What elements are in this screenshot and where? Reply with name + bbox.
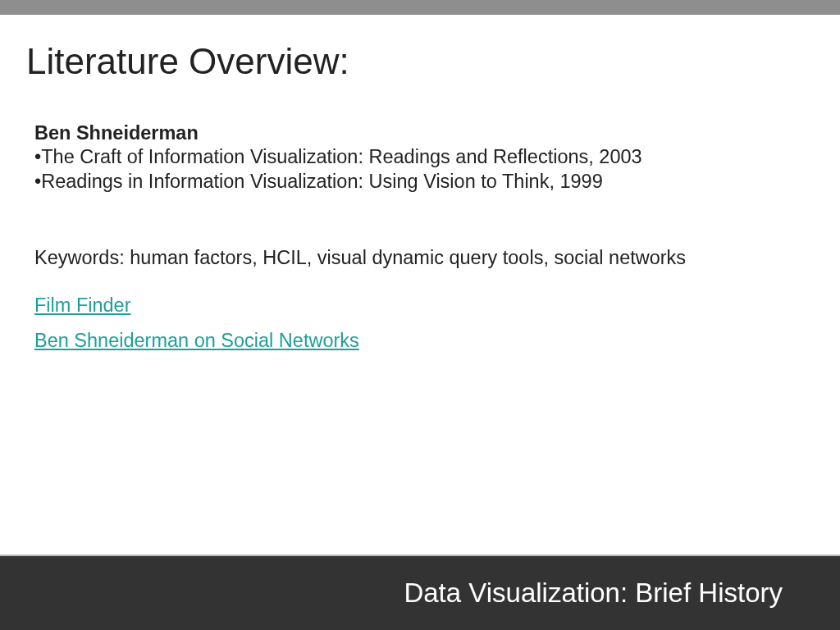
- link-film-finder[interactable]: Film Finder: [34, 294, 707, 317]
- footer-bar: Data Visualization: Brief History: [0, 556, 840, 630]
- slide-body: Literature Overview: Ben Shneiderman •Th…: [0, 15, 840, 630]
- author-name: Ben Shneiderman: [34, 121, 707, 145]
- slide-content: Ben Shneiderman •The Craft of Informatio…: [34, 121, 707, 364]
- link-social-networks[interactable]: Ben Shneiderman on Social Networks: [34, 329, 707, 353]
- bullet-item: •Readings in Information Visualization: …: [34, 170, 707, 194]
- footer-title: Data Visualization: Brief History: [404, 578, 783, 609]
- slide-title: Literature Overview:: [26, 41, 349, 82]
- links-block: Film Finder Ben Shneiderman on Social Ne…: [34, 294, 707, 354]
- bullet-text: The Craft of Information Visualization: …: [41, 146, 641, 167]
- bullet-text: Readings in Information Visualization: U…: [41, 171, 603, 192]
- bullet-item: •The Craft of Information Visualization:…: [34, 145, 707, 169]
- keywords-text: Keywords: human factors, HCIL, visual dy…: [34, 246, 707, 270]
- slide-footer: Data Visualization: Brief History: [0, 555, 840, 630]
- top-accent-bar: [0, 0, 840, 15]
